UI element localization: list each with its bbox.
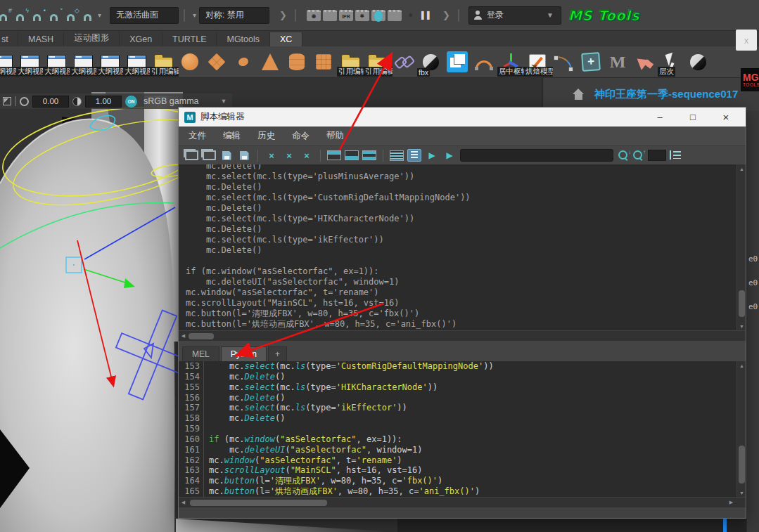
maximize-button[interactable]: □ [679, 108, 707, 126]
snap-to-curve-icon[interactable]: ϟ [13, 8, 27, 23]
shelf-item-panelplus[interactable]: + [578, 48, 604, 76]
shelf-tab-st[interactable]: st [0, 32, 18, 46]
menu-帮助[interactable]: 帮助 [326, 130, 344, 142]
show-split-pane-icon[interactable] [345, 150, 359, 160]
snap-to-projected-center-icon[interactable]: ° [46, 8, 61, 23]
snap-to-grid-icon[interactable]: # [0, 8, 11, 23]
open-script-icon[interactable] [184, 148, 198, 162]
render-current-frame-icon[interactable] [323, 10, 337, 21]
texture-view-icon[interactable] [388, 10, 402, 21]
scroll-left-icon[interactable]: ◀ [179, 331, 188, 341]
show-input-pane-icon[interactable] [362, 150, 376, 160]
show-line-numbers-icon[interactable] [407, 149, 421, 162]
shelf-tab-XGen[interactable]: XGen [120, 32, 162, 46]
shelf-item-引用编辑[interactable]: 引用编辑 [364, 48, 390, 76]
shelf-item-arrow-salmon[interactable] [631, 48, 658, 76]
render-settings-icon[interactable]: ✱ [355, 10, 369, 21]
shelf-item-sphere[interactable] [177, 48, 203, 76]
menu-命令[interactable]: 命令 [292, 130, 310, 142]
group-chevron-icon[interactable]: ❯ [279, 10, 287, 20]
shelf-item-cylinder[interactable] [283, 48, 310, 76]
python-input-pane[interactable]: 153 mc.select(mc.ls(type='CustomRigDefau… [179, 361, 746, 497]
node-editor-icon[interactable]: ✲ [404, 10, 418, 21]
save-script-icon[interactable] [219, 148, 234, 162]
script-tab-Python[interactable]: Python [221, 346, 267, 361]
input-horizontal-scrollbar[interactable]: ◀ ▶ [179, 497, 746, 507]
make-live-icon[interactable]: ◇ [63, 8, 78, 23]
snap-plain-icon[interactable] [80, 8, 95, 23]
ipr-render-icon[interactable]: IPR [339, 10, 353, 21]
active-surface-field[interactable]: 无激活曲面 [110, 7, 179, 24]
contrast-icon[interactable] [72, 97, 82, 106]
contrast-field[interactable]: 1.00 [85, 96, 122, 108]
shelf-item-引用编辑[interactable]: 引用编辑 [150, 48, 177, 76]
shelf-item-link[interactable] [390, 48, 417, 76]
snap-to-point-icon[interactable]: • [30, 8, 44, 23]
mgtools-badge[interactable]: MG TOOLS [741, 68, 759, 91]
script-tab-+[interactable]: + [268, 346, 287, 361]
expand-viewport-icon[interactable] [3, 97, 11, 105]
echo-all-commands-icon[interactable] [390, 150, 404, 161]
color-management-toggle[interactable]: ON [125, 96, 137, 108]
history-horizontal-scrollbar[interactable]: ◀ [179, 330, 746, 341]
shelf-tab-MGtools[interactable]: MGtools [217, 32, 270, 46]
search-down-icon[interactable]: ↓ [617, 149, 630, 162]
symmetry-field[interactable]: 对称: 禁用 [199, 7, 269, 24]
shelf-item-arc[interactable] [471, 48, 497, 76]
source-script-icon[interactable] [202, 148, 216, 162]
shelf-item-fbx[interactable]: fbx [417, 48, 444, 76]
group-chevron-icon[interactable]: ❯ [442, 10, 450, 20]
shelf-tab-运动图形[interactable]: 运动图形 [64, 30, 120, 46]
close-button[interactable]: × [712, 108, 740, 126]
menu-历史[interactable]: 历史 [257, 130, 275, 142]
menu-编辑[interactable]: 编辑 [223, 130, 241, 142]
home-icon[interactable] [573, 89, 585, 100]
shelf-item-大纲视图[interactable]: 大纲视图 [123, 48, 150, 76]
history-vertical-scrollbar[interactable]: ▲ ▼ [736, 164, 746, 330]
render-view-icon[interactable]: ◉ [307, 10, 321, 21]
search-input[interactable] [460, 149, 613, 162]
shelf-item-maya-m[interactable]: M [604, 48, 631, 76]
exposure-field[interactable]: 0.00 [32, 96, 69, 108]
script-editor-titlebar[interactable]: M 脚本编辑器 – □ × [179, 108, 746, 126]
clear-all-icon[interactable]: × [300, 148, 314, 162]
clear-history-icon[interactable]: × [264, 148, 279, 162]
pause-icon[interactable]: ▌▌ [420, 10, 434, 21]
shelf-item-大纲视图[interactable]: 大纲视图 [0, 48, 16, 76]
shelf-item-cube[interactable] [310, 48, 337, 76]
script-tab-MEL[interactable]: MEL [182, 346, 219, 361]
scroll-up-icon[interactable]: ▲ [737, 164, 746, 173]
scrollbar-thumb[interactable] [190, 500, 327, 506]
shelf-item-cone[interactable] [257, 48, 283, 76]
quick-help-swatch[interactable] [648, 150, 666, 161]
indent-guides-icon[interactable] [670, 150, 684, 161]
shelf-item-imageplane[interactable] [444, 48, 471, 76]
scroll-down-icon[interactable]: ▼ [737, 488, 746, 497]
scroll-up-icon[interactable]: ▲ [737, 361, 746, 370]
shelf-item-大纲视图[interactable]: 大纲视图 [43, 48, 70, 76]
scroll-left-icon[interactable]: ◀ [179, 498, 188, 507]
snap-options-caret-icon[interactable]: ▾ [98, 11, 101, 19]
scroll-down-icon[interactable]: ▼ [737, 322, 746, 330]
shelf-tab-TURTLE[interactable]: TURTLE [162, 32, 217, 46]
minimize-button[interactable]: – [646, 108, 674, 126]
surface-caret-icon[interactable]: ▾ [193, 11, 196, 19]
save-script-to-shelf-icon[interactable] [237, 148, 251, 162]
gamma-dropdown-caret-icon[interactable]: ▼ [221, 98, 227, 105]
shelf-tab-XC[interactable]: XC [270, 32, 302, 46]
scroll-right-icon[interactable]: ▶ [727, 498, 736, 507]
exposure-icon[interactable] [20, 97, 29, 106]
shelf-item-大纲视图[interactable]: 大纲视图 [16, 48, 43, 76]
search-up-icon[interactable]: ↑ [632, 149, 644, 162]
shelf-item-plane[interactable] [203, 48, 230, 76]
history-pane[interactable]: mc.Delete() mc.select(mc.ls(type='plusMi… [179, 164, 746, 330]
clear-input-icon[interactable]: × [282, 148, 296, 162]
shelf-item-烘焙模型[interactable]: 烘焙模型 [524, 48, 551, 76]
show-history-pane-icon[interactable] [327, 150, 341, 160]
shelf-item-引用编辑[interactable]: 引用编辑 [337, 48, 364, 76]
shelf-tab-MASH[interactable]: MASH [18, 32, 64, 46]
shelf-item-torus[interactable] [230, 48, 257, 76]
execute-line-icon[interactable]: ▶ [425, 148, 439, 162]
floating-panel-close-button[interactable]: x [736, 30, 757, 51]
shelf-item-大纲视图[interactable]: 大纲视图 [96, 48, 123, 76]
